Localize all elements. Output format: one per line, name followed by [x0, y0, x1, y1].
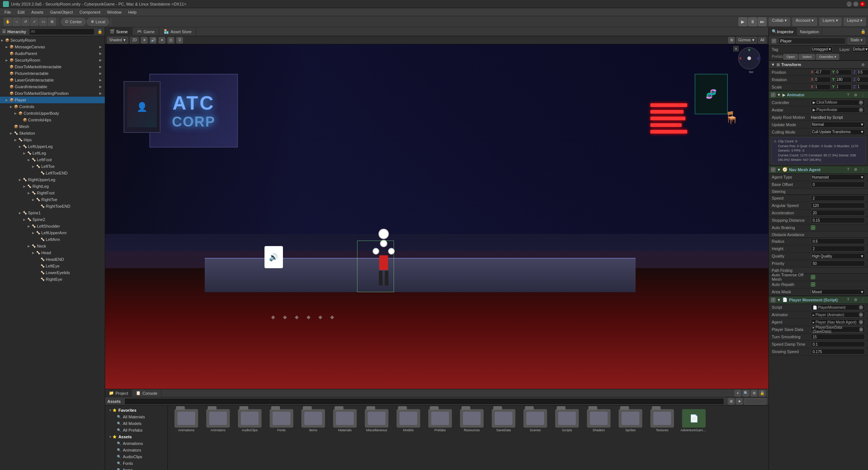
- hierarchy-item-leftupperleg[interactable]: ▶ 🦴 LeftUpperLeg: [0, 143, 105, 150]
- scale-x-input[interactable]: [814, 84, 831, 90]
- speed-input[interactable]: [811, 195, 865, 201]
- hierarchy-item-leftarm[interactable]: 🦴 LeftArm: [0, 236, 105, 243]
- navmesh-enable-checkbox[interactable]: ✓: [771, 167, 775, 172]
- asset-item-shaders[interactable]: Shaders: [584, 409, 613, 432]
- hierarchy-item-skeleton[interactable]: ▶ 🦴 Skeleton: [0, 130, 105, 136]
- hierarchy-item-leftupperarm[interactable]: ▶ 🦴 LeftUpperArm: [0, 229, 105, 236]
- stopping-distance-input[interactable]: [811, 217, 865, 223]
- hierarchy-item-neck[interactable]: ▶ 🦴 Neck: [0, 243, 105, 249]
- animator-context-icon[interactable]: ⋮: [860, 92, 866, 98]
- bottom-settings-btn[interactable]: ⚙: [751, 390, 757, 397]
- auto-traverse-checkbox[interactable]: ✓: [811, 275, 815, 279]
- animator-section-header[interactable]: ✓ ▼ ▶ Animator ? ⚙ ⋮: [769, 91, 868, 99]
- hierarchy-item-doortomarketinteractable[interactable]: 📦 DoorToMarketInteractable ▶: [0, 63, 105, 70]
- agent-type-select[interactable]: Humanoid ▼: [811, 174, 865, 180]
- assets-tree-assets[interactable]: ▼ ⭐ Assets: [105, 433, 167, 440]
- bottom-add-btn[interactable]: +: [734, 390, 741, 397]
- tab-inspector[interactable]: 🔍 Inspector: [769, 27, 797, 36]
- assets-zoom-slider[interactable]: [744, 398, 766, 405]
- hierarchy-item-head[interactable]: ▶ 🦴 Head: [0, 249, 105, 256]
- pm-animator-ref[interactable]: ▸ Player (Animator) ⊙: [811, 312, 865, 318]
- asset-item-savedata[interactable]: SaveData: [489, 409, 518, 432]
- speed-damp-time-input[interactable]: [811, 341, 865, 347]
- radius-input[interactable]: [811, 238, 865, 244]
- player-save-data-ref[interactable]: ▸ PlayerSaveData (SaveData) ⊙: [811, 326, 865, 332]
- hierarchy-item-lowereyelids[interactable]: 🦴 LowerEyelids: [0, 269, 105, 276]
- hierarchy-item-lefteye[interactable]: 🦴 LeftEye: [0, 263, 105, 269]
- pos-z-input[interactable]: [856, 69, 868, 75]
- menu-window[interactable]: Window: [104, 9, 124, 15]
- hierarchy-item-leftshoulder[interactable]: ▶ 🦴 LeftShoulder: [0, 223, 105, 229]
- tab-game[interactable]: 🎮 Game: [132, 27, 159, 36]
- dim-mode-btn[interactable]: 2D: [130, 37, 139, 44]
- object-name-field[interactable]: [778, 38, 845, 44]
- player-movement-header[interactable]: ✓ ▼ 📄 Player Movement (Script) ? ⚙ ⋮: [769, 296, 868, 304]
- hierarchy-item-hips[interactable]: ▶ 🦴 Hips: [0, 136, 105, 143]
- player-movement-context-icon[interactable]: ⋮: [860, 297, 866, 303]
- hierarchy-item-lasergridinteractable[interactable]: 📦 LaserGridInteractable ▶: [0, 77, 105, 83]
- menu-help[interactable]: Help: [125, 9, 139, 15]
- tool-rotate[interactable]: ↺: [21, 18, 30, 26]
- transform-settings-icon[interactable]: ⚙: [860, 62, 866, 68]
- menu-edit[interactable]: Edit: [15, 9, 28, 15]
- hierarchy-item-controlships[interactable]: 📦 ControlsHips: [0, 117, 105, 123]
- asset-item-animators[interactable]: Animators: [203, 409, 233, 432]
- rot-x-input[interactable]: [814, 77, 831, 83]
- hierarchy-item-messagecanvas[interactable]: ▶ 📦 MessageCanvas ▶: [0, 44, 105, 50]
- tool-scale[interactable]: ⤢: [30, 18, 38, 26]
- hierarchy-item-doortomarketstartingposition[interactable]: 📦 DoorToMarketStartingPosition ▶: [0, 90, 105, 97]
- tab-scene[interactable]: 🎬 Scene: [105, 27, 132, 36]
- avatar-circle-btn[interactable]: ⊙: [859, 108, 863, 112]
- asset-item-scripts[interactable]: Scripts: [552, 409, 582, 432]
- quality-select[interactable]: High Quality ▼: [811, 253, 865, 259]
- base-offset-input[interactable]: [811, 182, 865, 187]
- scale-z-input[interactable]: [856, 84, 868, 90]
- tab-navigation[interactable]: Navigation: [797, 27, 822, 36]
- layout-button[interactable]: Layout ▾: [844, 18, 866, 26]
- asset-item-resources[interactable]: Resources: [457, 409, 487, 432]
- controller-ref[interactable]: ▶ ClickToMove ⊙: [811, 100, 865, 106]
- tab-project[interactable]: 📁 Project: [105, 389, 132, 397]
- hierarchy-item-righttoe[interactable]: ▶ 🦴 RightToe: [0, 196, 105, 203]
- object-active-checkbox[interactable]: ✓: [772, 39, 776, 43]
- animator-help-icon[interactable]: ?: [845, 92, 851, 98]
- prefab-overrides-btn[interactable]: Overrides ▾: [816, 54, 839, 60]
- hierarchy-item-spine1[interactable]: ▶ 🦴 Spine1: [0, 210, 105, 216]
- tool-move[interactable]: ↔: [13, 18, 21, 26]
- culling-mode-select[interactable]: Cull Update Transforms ▼: [811, 129, 865, 135]
- hierarchy-item-righteye[interactable]: 🦴 RightEye: [0, 276, 105, 283]
- hierarchy-item-securityroom[interactable]: ▶ 📦 SecurityRoom ▶: [0, 57, 105, 63]
- navmesh-section-header[interactable]: ✓ ▼ 🧭 Nav Mesh Agent ? ⚙ ⋮: [769, 166, 868, 174]
- assets-view-toggle[interactable]: ⊞: [728, 398, 734, 405]
- assets-tree-all-materials[interactable]: 🔍 All Materials: [105, 414, 167, 420]
- navmesh-settings-icon[interactable]: ⚙: [853, 167, 858, 173]
- prefab-select-btn[interactable]: Select: [799, 54, 815, 60]
- update-mode-select[interactable]: Normal ▼: [811, 122, 865, 128]
- all-dropdown[interactable]: All: [758, 37, 766, 44]
- hierarchy-item-leftleg[interactable]: ▶ 🦴 LeftLeg: [0, 150, 105, 156]
- shade-mode-dropdown[interactable]: Shaded ▼: [107, 37, 128, 44]
- animator-settings-icon[interactable]: ⚙: [853, 92, 858, 98]
- pm-agent-ref[interactable]: ▸ Player (Nav Mesh Agent) ⊙: [811, 319, 865, 325]
- hierarchy-item-leftfoot[interactable]: ▶ 🦴 LeftFoot: [0, 156, 105, 163]
- account-button[interactable]: Account ▾: [792, 18, 817, 26]
- tool-hand[interactable]: ✋: [4, 18, 12, 26]
- area-mask-select[interactable]: Mixed ▼: [811, 289, 865, 295]
- hierarchy-item-pictureinteractable[interactable]: 📦 PictureInteractable ▶: [0, 70, 105, 77]
- play-button[interactable]: ▶: [739, 17, 747, 26]
- controller-circle-btn[interactable]: ⊙: [859, 100, 863, 105]
- hierarchy-item-rightupperleg[interactable]: ▶ 🦴 RightUpperLeg: [0, 176, 105, 183]
- scene-audio-btn[interactable]: 🔊: [150, 37, 156, 44]
- asset-item-animations[interactable]: Animations: [172, 409, 201, 432]
- script-ref[interactable]: 📄 PlayerMovement ⊙: [811, 304, 865, 310]
- asset-item-miscellaneous[interactable]: Miscellaneous: [362, 409, 391, 432]
- asset-item-audioclips[interactable]: AudioClips: [235, 409, 264, 432]
- scene-view[interactable]: ATC CORP 👤: [105, 44, 768, 389]
- navmesh-context-icon[interactable]: ⋮: [860, 167, 866, 173]
- menu-component[interactable]: Component: [76, 9, 103, 15]
- player-movement-settings-icon[interactable]: ⚙: [853, 297, 858, 303]
- hierarchy-item-player[interactable]: ▶ 📦 Player: [0, 97, 105, 103]
- navmesh-help-icon[interactable]: ?: [845, 167, 851, 173]
- menu-gameobject[interactable]: GameObject: [47, 9, 76, 15]
- hierarchy-item-lefttoe[interactable]: ▶ 🦴 LeftToe: [0, 163, 105, 170]
